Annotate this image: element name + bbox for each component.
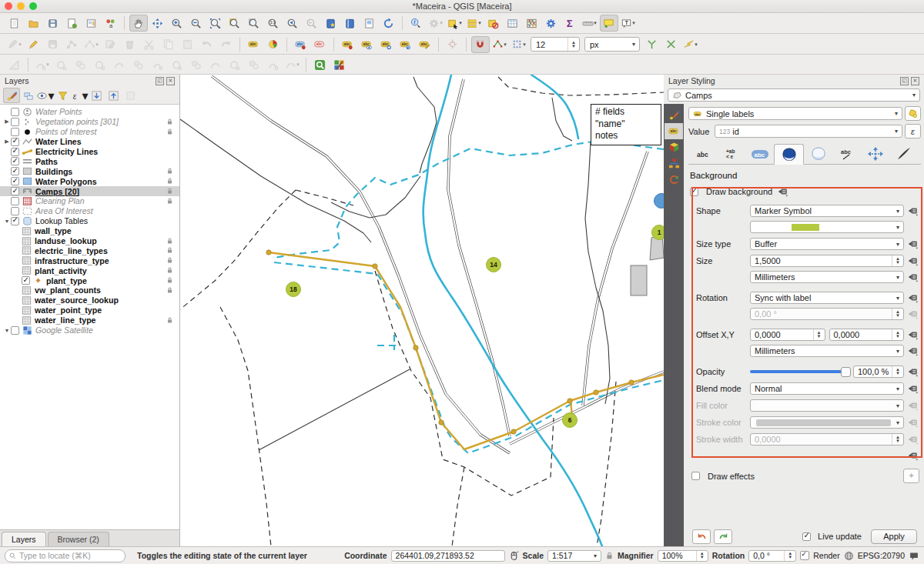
new-project-button[interactable] bbox=[5, 15, 24, 32]
data-defined-override-icon[interactable] bbox=[777, 186, 788, 197]
data-defined-override-icon[interactable] bbox=[907, 400, 921, 411]
select-by-value-button[interactable]: ▾ bbox=[465, 15, 484, 32]
locate-search-input[interactable]: Type to locate (⌘K) bbox=[5, 549, 126, 562]
layer-visibility-checkbox[interactable] bbox=[11, 187, 19, 195]
expand-all-button[interactable] bbox=[88, 88, 105, 103]
self-snapping-button[interactable]: ▾ bbox=[510, 36, 528, 53]
automated-placement-settings-button[interactable] bbox=[905, 106, 921, 121]
layer-visibility-checkbox[interactable] bbox=[11, 207, 19, 215]
pan-map-button[interactable] bbox=[129, 15, 148, 32]
chevron-down-icon[interactable]: ▾ bbox=[628, 41, 639, 48]
layer-labeling-options-button[interactable]: abc bbox=[245, 36, 263, 53]
highlight-pinned-labels-button[interactable]: abc bbox=[311, 36, 330, 53]
styling-tab-symbology[interactable] bbox=[665, 107, 683, 123]
open-attribute-table-button[interactable] bbox=[504, 15, 522, 32]
close-panel-icon[interactable]: ✕ bbox=[166, 77, 175, 85]
rotation-angle-spinbox[interactable]: 0,00 °▲▼ bbox=[750, 308, 904, 320]
layer-visibility-checkbox[interactable] bbox=[11, 197, 19, 205]
tab-placement[interactable] bbox=[861, 144, 889, 163]
select-features-button[interactable]: ▾ bbox=[446, 15, 464, 32]
new-print-layout-button[interactable] bbox=[63, 15, 82, 32]
data-defined-override-icon[interactable] bbox=[907, 205, 921, 216]
messages-icon[interactable] bbox=[909, 551, 919, 561]
tab-background[interactable] bbox=[774, 144, 804, 165]
data-defined-override-icon[interactable] bbox=[907, 272, 921, 282]
layer-tree-item[interactable]: ▼Google Satellite bbox=[0, 325, 179, 335]
toggle-editing-button[interactable] bbox=[25, 36, 43, 53]
open-layer-styling-button[interactable] bbox=[3, 88, 20, 103]
layer-diagram-options-button[interactable] bbox=[264, 36, 283, 53]
expression-builder-button[interactable]: ε bbox=[905, 124, 921, 138]
pan-to-selection-button[interactable] bbox=[149, 15, 167, 32]
processing-toolbox-button[interactable] bbox=[542, 15, 561, 32]
shape-combo[interactable]: Marker Symbol▾ bbox=[750, 205, 904, 217]
expander-icon[interactable]: ▼ bbox=[3, 328, 11, 333]
crs-value[interactable]: EPSG:20790 bbox=[858, 551, 905, 560]
layer-visibility-checkbox[interactable] bbox=[11, 157, 19, 165]
deselect-features-button[interactable] bbox=[484, 15, 503, 32]
style-manager-button[interactable]: a bbox=[102, 15, 120, 32]
expander-icon[interactable]: ▶ bbox=[3, 138, 11, 145]
close-panel-icon[interactable]: ✕ bbox=[911, 77, 919, 85]
snapping-tolerance[interactable]: 12▲▼ bbox=[531, 37, 580, 52]
layer-visibility-checkbox[interactable] bbox=[11, 148, 19, 156]
collapse-all-button[interactable] bbox=[105, 88, 122, 103]
styling-tab-history[interactable] bbox=[665, 172, 683, 188]
snapping-mode-button[interactable]: ▾ bbox=[490, 36, 509, 53]
map-note-annotation[interactable]: # fields "name" notes bbox=[591, 104, 661, 145]
show-bookmarks-button[interactable] bbox=[341, 15, 360, 32]
fill-color-picker[interactable]: ▾ bbox=[750, 399, 904, 412]
styling-tab-labels[interactable]: abc bbox=[665, 123, 683, 139]
layer-tree-item[interactable]: plant_activity bbox=[0, 265, 179, 275]
stepper-arrows-icon[interactable]: ▲▼ bbox=[567, 38, 579, 51]
move-label-button[interactable]: abc bbox=[377, 36, 396, 53]
rotate-label-button[interactable]: abc bbox=[397, 36, 415, 53]
measure-button[interactable]: ▾ bbox=[581, 15, 599, 32]
rotation-combo[interactable]: Sync with label▾ bbox=[750, 292, 904, 304]
layer-visibility-checkbox[interactable] bbox=[11, 177, 19, 185]
layer-visibility-checkbox[interactable] bbox=[11, 138, 19, 146]
data-defined-override-icon[interactable] bbox=[907, 255, 921, 266]
stroke-width-spinbox[interactable]: 0,0000▲▼ bbox=[750, 433, 904, 446]
tab-shadow[interactable] bbox=[804, 144, 832, 163]
identify-features-button[interactable]: i bbox=[407, 15, 426, 32]
layer-selector-combo[interactable]: Camps ▾ bbox=[668, 88, 920, 102]
layer-visibility-checkbox[interactable] bbox=[11, 118, 19, 126]
zoom-in-button[interactable] bbox=[168, 15, 186, 32]
statistical-summary-button[interactable]: Σ bbox=[561, 15, 580, 32]
offset-unit-combo[interactable]: Millimeters▾ bbox=[750, 345, 904, 357]
apply-button[interactable]: Apply bbox=[871, 529, 917, 544]
opacity-slider[interactable] bbox=[750, 365, 849, 378]
toggle-label-edit-button[interactable]: abc bbox=[339, 36, 357, 53]
effects-options-button[interactable]: ✦ bbox=[903, 469, 919, 483]
data-defined-override-icon[interactable] bbox=[907, 309, 921, 319]
render-checkbox[interactable] bbox=[800, 551, 809, 560]
map-tips-button[interactable] bbox=[600, 15, 618, 32]
data-defined-override-icon[interactable] bbox=[907, 345, 921, 356]
coordinate-input[interactable]: 264401.09,271893.52 bbox=[391, 550, 505, 562]
layer-visibility-checkbox[interactable] bbox=[11, 128, 19, 136]
tab-formatting[interactable]: +ab< e bbox=[717, 144, 745, 163]
zoom-last-button[interactable] bbox=[283, 15, 302, 32]
layer-visibility-checkbox[interactable] bbox=[22, 276, 30, 285]
topological-editing-button[interactable] bbox=[643, 36, 661, 53]
data-defined-override-icon[interactable] bbox=[907, 366, 921, 377]
manage-map-themes-button[interactable]: ▾ bbox=[37, 88, 54, 103]
redo-style-button[interactable] bbox=[714, 529, 732, 544]
opacity-spinbox[interactable]: 100,0 %▲▼ bbox=[853, 365, 904, 378]
layer-visibility-checkbox[interactable] bbox=[11, 167, 19, 175]
change-label-button[interactable]: abc bbox=[416, 36, 434, 53]
data-defined-override-icon[interactable] bbox=[907, 450, 921, 461]
open-project-button[interactable] bbox=[25, 15, 43, 32]
enable-snapping-button[interactable] bbox=[471, 36, 490, 53]
tab-buffer[interactable]: abc bbox=[745, 144, 774, 163]
draw-effects-checkbox[interactable] bbox=[691, 472, 700, 480]
magnifier-spinbox[interactable]: 100%▲▼ bbox=[658, 550, 708, 562]
marker-symbol-preview[interactable]: ▾ bbox=[750, 221, 904, 233]
labeling-mode-combo[interactable]: abc Single labels ▾ bbox=[688, 107, 902, 120]
filter-legend-button[interactable] bbox=[54, 88, 71, 103]
blend-mode-combo[interactable]: Normal▾ bbox=[750, 382, 904, 395]
crs-globe-icon[interactable] bbox=[844, 551, 854, 561]
size-unit-combo[interactable]: Millimeters▾ bbox=[750, 271, 904, 283]
stroke-color-picker[interactable]: ▾ bbox=[750, 416, 904, 429]
